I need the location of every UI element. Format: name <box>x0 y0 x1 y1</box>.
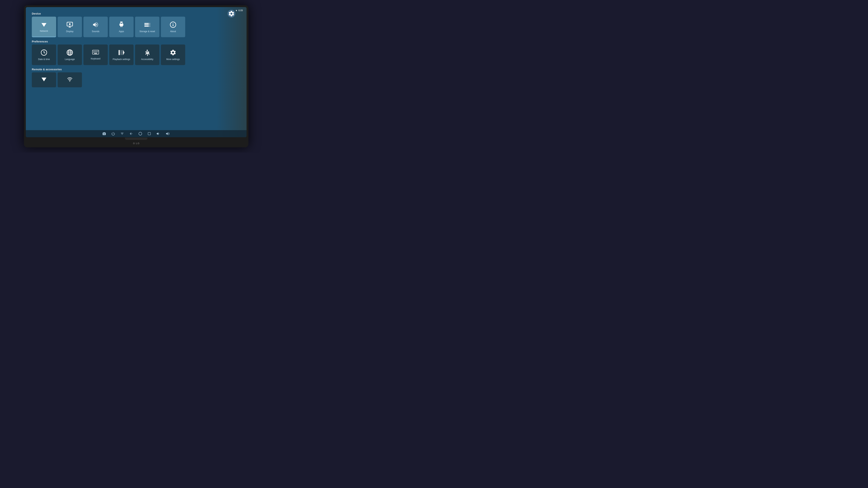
svg-rect-21 <box>119 50 120 55</box>
svg-point-4 <box>149 24 150 25</box>
tv-screen: ▾ 6:09 Device Network <box>26 7 247 137</box>
tile-accessibility[interactable]: Accessibility <box>135 44 159 65</box>
svg-rect-14 <box>96 51 97 52</box>
back-button[interactable] <box>129 132 133 135</box>
remote-section-label: Remote & accessories <box>32 68 241 71</box>
tile-language-label: Language <box>64 58 75 61</box>
svg-point-33 <box>139 132 142 135</box>
tile-sounds[interactable]: Sounds <box>84 17 108 37</box>
tile-keyboard-label: Keyboard <box>90 57 101 60</box>
tv-outer: ▾ 6:09 Device Network <box>24 5 248 147</box>
svg-rect-15 <box>98 51 98 52</box>
device-tiles-row: Network Display <box>32 17 241 37</box>
datetime-icon <box>40 49 47 57</box>
tile-display[interactable]: Display <box>58 17 82 37</box>
screenshot-button[interactable] <box>102 132 106 135</box>
apps-icon <box>118 21 124 29</box>
tile-network[interactable]: Network <box>32 17 56 37</box>
svg-point-30 <box>69 81 70 82</box>
tile-apps-label: Apps <box>118 30 125 33</box>
svg-rect-20 <box>94 53 97 54</box>
tile-about[interactable]: About <box>161 17 185 37</box>
svg-marker-29 <box>41 77 46 82</box>
lg-logo: ⊙ LG <box>133 142 140 145</box>
accessibility-icon <box>144 49 151 57</box>
tile-accessibility-label: Accessibility <box>140 58 154 61</box>
tile-remote2[interactable] <box>58 72 82 87</box>
svg-rect-16 <box>93 52 94 53</box>
tile-network-label: Network <box>39 30 49 32</box>
svg-rect-22 <box>120 50 121 55</box>
network-icon <box>40 21 48 29</box>
tile-datetime[interactable]: Date & time <box>32 44 56 65</box>
svg-point-2 <box>69 23 71 25</box>
tile-storage[interactable]: Storage & reset <box>135 17 159 37</box>
tile-storage-label: Storage & reset <box>138 30 156 33</box>
tile-display-label: Display <box>65 30 74 33</box>
tv-stand <box>125 138 147 140</box>
language-icon <box>66 49 73 57</box>
menu-down-button[interactable] <box>120 132 124 135</box>
vol-down-button[interactable] <box>156 132 160 135</box>
tile-playback-label: Playback settings <box>112 58 131 61</box>
about-icon <box>170 21 177 29</box>
keyboard-icon <box>92 50 99 56</box>
svg-rect-34 <box>148 132 151 135</box>
svg-marker-27 <box>123 50 125 55</box>
playback-icon <box>118 49 125 57</box>
svg-rect-19 <box>96 52 97 53</box>
moresettings-icon <box>170 49 177 57</box>
device-section-label: Device <box>32 12 241 15</box>
status-bar: ▾ 6:09 <box>236 9 243 12</box>
tile-moresettings[interactable]: More settings <box>161 44 185 65</box>
tile-playback[interactable]: Playback settings <box>109 44 133 65</box>
tile-apps[interactable]: Apps <box>109 17 133 37</box>
nav-bar <box>26 130 247 137</box>
tile-moresettings-label: More settings <box>165 58 181 61</box>
svg-point-3 <box>149 23 150 24</box>
preferences-section-label: Preferences <box>32 40 241 43</box>
recent-button[interactable] <box>148 132 151 135</box>
tile-language[interactable]: Language <box>58 44 82 65</box>
svg-marker-0 <box>41 23 46 27</box>
preferences-tiles-row: Date & time Language <box>32 44 241 65</box>
power-button[interactable] <box>111 132 115 135</box>
remote-tiles-row <box>32 72 241 87</box>
tile-about-label: About <box>169 30 177 33</box>
home-button[interactable] <box>138 132 142 136</box>
display-icon <box>66 21 73 29</box>
svg-rect-17 <box>94 52 95 53</box>
tile-sounds-label: Sounds <box>91 30 100 33</box>
tile-keyboard[interactable]: Keyboard <box>84 44 108 65</box>
settings-gear-button[interactable] <box>227 10 235 18</box>
svg-point-5 <box>149 26 150 27</box>
remote2-icon <box>66 77 73 83</box>
svg-rect-25 <box>122 50 122 55</box>
svg-rect-11 <box>93 51 94 52</box>
svg-rect-24 <box>121 50 122 55</box>
tile-remote1[interactable] <box>32 72 56 87</box>
sounds-icon <box>92 21 99 29</box>
tile-datetime-label: Date & time <box>37 58 51 61</box>
storage-icon <box>144 21 151 29</box>
svg-rect-18 <box>95 52 96 53</box>
svg-point-31 <box>104 133 105 134</box>
vol-up-button[interactable] <box>165 132 170 135</box>
svg-rect-26 <box>123 50 123 55</box>
svg-rect-12 <box>94 51 95 52</box>
clock-display: 6:09 <box>239 9 243 12</box>
svg-point-28 <box>147 50 148 51</box>
wifi-status-icon: ▾ <box>236 9 237 12</box>
remote1-icon <box>41 77 47 83</box>
svg-rect-13 <box>95 51 96 52</box>
svg-rect-23 <box>121 50 121 55</box>
